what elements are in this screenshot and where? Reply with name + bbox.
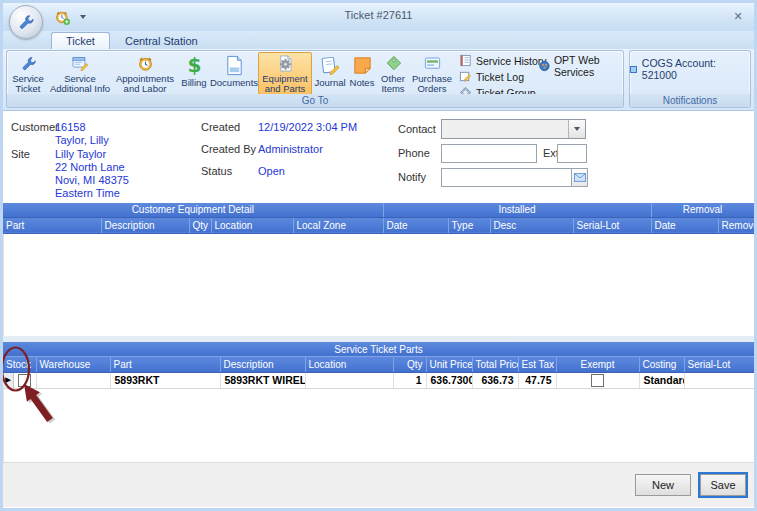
go-to-caption: Go To — [7, 94, 623, 107]
notify-field[interactable] — [441, 168, 572, 187]
notify-label: Notify — [398, 171, 426, 183]
tab-central-station[interactable]: Central Station — [110, 32, 213, 49]
journal-button[interactable]: Journal — [313, 52, 347, 95]
appointments-and-labor-button[interactable]: Appointments and Labor — [113, 52, 177, 95]
column-header-serial-lot[interactable]: Serial-Lot — [684, 357, 754, 373]
tab-ticket[interactable]: Ticket — [51, 32, 110, 49]
site-name[interactable]: Lilly Taylor — [55, 148, 106, 160]
location-cell[interactable] — [305, 372, 393, 388]
chevron-down-icon[interactable] — [568, 120, 585, 138]
group-header-installed: Installed — [383, 203, 651, 217]
serial-lot-cell[interactable] — [684, 372, 754, 388]
button-label: Journal — [314, 78, 345, 88]
column-header-location[interactable]: Location — [305, 357, 393, 373]
button-label: Billing — [181, 78, 206, 88]
site-address: 22 North Lane — [55, 161, 125, 173]
equipment-group-header-row: Customer Equipment Detail Installed Remo… — [3, 203, 754, 217]
document-icon — [223, 54, 246, 77]
form-pencil-icon — [69, 54, 92, 73]
part-cell[interactable]: 5893RKT — [110, 372, 220, 388]
customer-name[interactable]: Taylor, Lilly — [55, 134, 109, 146]
globe-icon — [539, 59, 550, 73]
equipment-and-parts-button[interactable]: Equipment and Parts — [258, 52, 312, 95]
column-header-desc[interactable]: Desc — [490, 217, 573, 233]
billing-button[interactable]: $ Billing — [178, 52, 210, 95]
column-header-description[interactable]: Description — [101, 217, 189, 233]
site-label: Site — [11, 148, 30, 160]
column-header-unit-price[interactable]: Unit Price — [426, 357, 472, 373]
notes-button[interactable]: Notes — [348, 52, 376, 95]
save-button[interactable]: Save — [700, 474, 746, 496]
column-header-stock[interactable]: Stock — [3, 357, 36, 373]
unit-price-cell[interactable]: 636.7300 — [426, 372, 472, 388]
button-label: Documents — [210, 78, 258, 88]
column-header-warehouse[interactable]: Warehouse — [36, 357, 110, 373]
notify-email-button[interactable] — [571, 168, 588, 187]
qty-cell[interactable]: 1 — [393, 372, 426, 388]
stock-checkbox[interactable] — [18, 374, 31, 387]
description-cell[interactable]: 5893RKT WIRELES… — [220, 372, 305, 388]
column-header-local-zone[interactable]: Local Zone — [293, 217, 383, 233]
column-header-remove[interactable]: Remove — [718, 217, 754, 233]
service-history-button[interactable]: Service History — [459, 54, 547, 67]
ext-field[interactable] — [557, 144, 587, 163]
column-header-est-tax[interactable]: Est Tax — [518, 357, 556, 373]
cogs-account-item[interactable]: COGS Account: 521000 — [630, 57, 750, 81]
row-selector-marker[interactable]: ▶ — [3, 373, 14, 388]
parts-column-header-row: Stock Warehouse Part Description Locatio… — [3, 357, 754, 373]
other-items-button[interactable]: Other Items — [377, 52, 409, 95]
column-header-total-price[interactable]: Total Price — [472, 357, 518, 373]
est-tax-cell[interactable]: 47.75 — [518, 372, 556, 388]
purchase-orders-button[interactable]: Purchase Orders — [410, 52, 454, 95]
close-icon[interactable]: ✕ — [730, 8, 746, 24]
column-header-qty[interactable]: Qty — [393, 357, 426, 373]
parts-table-row[interactable]: ▶ 5893RKT 5893RKT WIRELES… 1 636.7300 63… — [3, 372, 754, 388]
column-header-type[interactable]: Type — [448, 217, 490, 233]
new-button[interactable]: New — [635, 474, 691, 496]
column-header-exempt[interactable]: Exempt — [556, 357, 639, 373]
column-header-location[interactable]: Location — [211, 217, 293, 233]
exempt-cell — [556, 372, 639, 388]
column-header-description[interactable]: Description — [220, 357, 305, 373]
column-header-qty[interactable]: Qty — [189, 217, 211, 233]
phone-field[interactable] — [441, 144, 537, 163]
equipment-grid-body[interactable] — [3, 234, 754, 336]
parts-section-title: Service Ticket Parts — [3, 342, 754, 357]
service-ticket-parts-table: Stock Warehouse Part Description Locatio… — [3, 357, 755, 389]
go-to-group: Service Ticket Service Additional Info — [6, 50, 624, 108]
notifications-group: COGS Account: 521000 Notifications — [629, 50, 751, 108]
notepad-pencil-icon — [319, 54, 342, 77]
button-label: Service Ticket — [10, 74, 46, 94]
alarm-clock-icon — [134, 54, 157, 73]
stock-cell: ▶ — [3, 372, 36, 388]
equipment-column-header-row: Part Description Qty Location Local Zone… — [3, 217, 754, 233]
service-history-icon — [459, 54, 472, 67]
service-additional-info-button[interactable]: Service Additional Info — [48, 52, 112, 95]
service-ticket-button[interactable]: Service Ticket — [9, 52, 47, 95]
total-price-cell[interactable]: 636.73 — [472, 372, 518, 388]
costing-cell[interactable]: Standard — [639, 372, 684, 388]
ticket-info-panel: Customer 16158 Taylor, Lilly Site Lilly … — [3, 111, 754, 203]
documents-button[interactable]: Documents — [211, 52, 257, 95]
purchase-card-icon — [421, 54, 444, 73]
opt-web-services-button[interactable]: OPT Web Services — [539, 54, 623, 78]
column-header-part[interactable]: Part — [3, 217, 101, 233]
created-by-label: Created By — [201, 143, 256, 155]
column-header-date-installed[interactable]: Date — [383, 217, 448, 233]
cogs-account-label: COGS Account: 521000 — [642, 57, 750, 81]
warehouse-cell[interactable] — [36, 372, 110, 388]
parts-grid-body[interactable] — [3, 389, 754, 462]
notifications-caption: Notifications — [630, 94, 750, 107]
customer-number[interactable]: 16158 — [55, 121, 86, 133]
customer-label: Customer — [11, 121, 59, 133]
ticket-log-button[interactable]: Ticket Log — [459, 70, 547, 83]
created-by-value: Administrator — [258, 143, 323, 155]
phone-label: Phone — [398, 147, 430, 159]
column-header-part[interactable]: Part — [110, 357, 220, 373]
exempt-checkbox[interactable] — [591, 374, 604, 387]
application-button[interactable] — [9, 5, 43, 39]
column-header-date-removal[interactable]: Date — [651, 217, 718, 233]
column-header-serial-lot[interactable]: Serial-Lot — [573, 217, 651, 233]
contact-select[interactable] — [441, 119, 586, 139]
column-header-costing[interactable]: Costing — [639, 357, 684, 373]
